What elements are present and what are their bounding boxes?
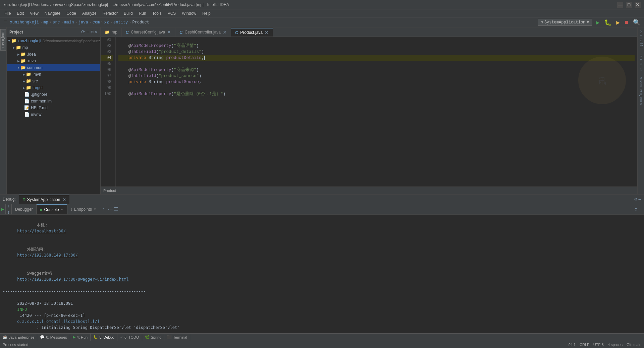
tree-item-src[interactable]: ▶ 📁 src <box>7 78 100 84</box>
run-config-selector[interactable]: ⚙ SystemApplication ▼ <box>538 19 592 26</box>
resume-btn[interactable]: ▶ <box>1 206 4 212</box>
tab-charset-close[interactable]: ✕ <box>167 29 171 35</box>
tree-item-common-iml[interactable]: 📄 common.iml <box>7 98 100 105</box>
status-indent[interactable]: 4 spaces <box>608 343 623 347</box>
ant-build-tab[interactable]: Ant Build <box>638 29 643 50</box>
menu-view[interactable]: View <box>27 10 41 16</box>
console-tab[interactable]: ▶ Console ▼ <box>37 204 67 214</box>
maven-projects-tab[interactable]: Maven Projects <box>638 75 643 106</box>
tab-product[interactable]: C Product.java ✕ <box>231 28 273 37</box>
nav-icon-1[interactable]: ≡ <box>3 19 9 26</box>
menu-file[interactable]: File <box>2 10 13 16</box>
project-tab[interactable]: 1:Project <box>0 29 6 51</box>
breadcrumb-com[interactable]: com <box>93 20 100 25</box>
breadcrumb-product[interactable]: Product <box>132 20 149 25</box>
pin-btn2[interactable]: — <box>639 207 641 212</box>
mp-expand-arrow: ▶ <box>13 46 15 50</box>
gutter-98: 98 <box>101 79 113 85</box>
endpoints-tab[interactable]: ↕ Endpoints ▼ <box>67 204 100 214</box>
tree-item-common-mvn[interactable]: ▶ 📁 .mvn <box>7 71 100 78</box>
evaluate-btn[interactable]: ≡ <box>110 206 113 212</box>
step-into-btn[interactable]: ↧ <box>7 209 10 215</box>
breadcrumb-mp[interactable]: mp <box>43 20 48 25</box>
menu-edit[interactable]: Edit <box>14 10 26 16</box>
panel-collapse-btn[interactable]: — <box>87 29 89 35</box>
step-out-btn[interactable]: ⇑ <box>102 206 105 213</box>
tree-item-mvnw[interactable]: 📄 mvnw <box>7 111 100 118</box>
tree-item-mp[interactable]: ▶ 📁 mp <box>7 44 100 51</box>
tree-item-common[interactable]: ▼ 📂 common <box>7 64 100 71</box>
stop-button[interactable]: ■ <box>624 19 629 26</box>
debugger-tab[interactable]: Debugger <box>12 204 37 214</box>
tab-ceshi[interactable]: C CeshiController.java ✕ <box>175 28 231 37</box>
menu-analyze[interactable]: Analyze <box>79 10 99 16</box>
step-buttons: ⇑ → ≡ ☰ <box>100 206 120 213</box>
breadcrumb-entity[interactable]: entity <box>113 20 128 25</box>
tree-item-mvn[interactable]: ▶ 📁 .mvn <box>7 58 100 64</box>
tree-item-idea[interactable]: ▶ 📁 .idea <box>7 51 100 58</box>
debug-tab-systemapp[interactable]: ⚙ SystemApplication ✕ <box>19 195 70 204</box>
breadcrumb-java[interactable]: java <box>78 20 88 25</box>
debug-settings-btn[interactable]: ⚙ <box>634 196 637 202</box>
tab-mp[interactable]: 📁 mp <box>101 28 122 37</box>
run-with-coverage-button[interactable]: ▶ <box>615 19 621 26</box>
breadcrumb-src[interactable]: src <box>53 20 60 25</box>
menu-code[interactable]: Code <box>64 10 79 16</box>
menu-run[interactable]: Run <box>136 10 149 16</box>
messages-tab[interactable]: 💬 0: Messages <box>37 334 70 341</box>
terminal-tab[interactable]: ⬛ Terminal <box>164 334 190 341</box>
step-over-btn[interactable]: ↓ <box>7 203 10 209</box>
java-enterprise-tab[interactable]: ☕ Java Enterprise <box>0 334 37 341</box>
menu-build[interactable]: Build <box>121 10 136 16</box>
tree-item-gitignore[interactable]: 📄 .gitignore <box>7 91 100 98</box>
tree-item-help-md[interactable]: 📝 HELP.md <box>7 105 100 111</box>
debug-button[interactable]: 🐛 <box>603 19 612 26</box>
settings-btn2[interactable]: ⚙ <box>635 207 637 212</box>
tab-ceshi-close[interactable]: ✕ <box>223 29 227 35</box>
bottom-toolbar: ☕ Java Enterprise 💬 0: Messages ▶ 4: Run… <box>0 333 644 341</box>
paren-close-97: ) <box>199 74 202 78</box>
minimize-button[interactable]: — <box>617 2 623 8</box>
show-frames-btn[interactable]: ☰ <box>114 206 118 213</box>
tree-item-root[interactable]: ▼ 📁 xunzhongkeji D:\work\maven\workingSp… <box>7 38 100 44</box>
console-output[interactable]: 本机： http://localhost:80/ 外部访问： http://19… <box>0 215 644 338</box>
menu-navigate[interactable]: Navigate <box>42 10 63 16</box>
status-crlf[interactable]: CRLF <box>580 343 589 347</box>
breadcrumb-xunzhongkeji[interactable]: xunzhongkeji <box>10 20 39 25</box>
swagger-link[interactable]: http://192.168.149.17:80/swagger-ui/inde… <box>17 277 128 282</box>
spring-tab[interactable]: 🌿 Spring <box>142 334 165 341</box>
menu-window[interactable]: Window <box>179 10 199 16</box>
menu-tools[interactable]: Tools <box>150 10 164 16</box>
run-button[interactable]: ▶ <box>595 19 601 26</box>
status-git[interactable]: Git: main <box>627 343 641 347</box>
panel-close-btn[interactable]: ✕ <box>95 29 98 35</box>
todo-tab[interactable]: ✓ 6: TODO <box>117 334 142 341</box>
search-everywhere-button[interactable]: 🔍 <box>632 19 641 26</box>
tab-product-close[interactable]: ✕ <box>265 30 269 35</box>
run-tab[interactable]: ▶ 4: Run <box>70 334 91 341</box>
code-content[interactable]: @ApiModelProperty("商品详情") @TableField("p… <box>116 37 637 187</box>
local-label: 本机： <box>17 223 49 227</box>
status-line-col[interactable]: 94:1 <box>569 343 576 347</box>
tree-label-target: target <box>33 85 43 90</box>
tab-charset[interactable]: C CharsetConfig.java ✕ <box>122 28 175 37</box>
close-button[interactable]: ✕ <box>635 2 641 8</box>
database-tab[interactable]: Database <box>638 53 643 72</box>
external-link[interactable]: http://192.168.149.17:80/ <box>17 253 78 258</box>
run-to-cursor-btn[interactable]: → <box>106 206 109 212</box>
breadcrumb-xz[interactable]: xz <box>104 20 109 25</box>
menu-refactor[interactable]: Refactor <box>100 10 120 16</box>
menu-vcs[interactable]: VCS <box>165 10 179 16</box>
breadcrumb-main[interactable]: main <box>64 20 74 25</box>
debug-tab-close[interactable]: ✕ <box>63 197 66 202</box>
panel-sync-btn[interactable]: ⟳ <box>81 29 85 35</box>
debug-pin-btn[interactable]: — <box>639 197 641 202</box>
tab-product-label: Product.java <box>240 30 263 35</box>
local-link[interactable]: http://localhost:80/ <box>17 229 66 233</box>
panel-settings-btn[interactable]: ⚙ <box>91 29 93 35</box>
maximize-button[interactable]: □ <box>626 2 632 8</box>
tree-item-target[interactable]: ▶ 📁 target <box>7 84 100 91</box>
status-encoding[interactable]: UTF-8 <box>593 343 604 347</box>
debug-tab-bottom[interactable]: 🐛 5: Debug <box>91 334 117 341</box>
menu-help[interactable]: Help <box>200 10 213 16</box>
